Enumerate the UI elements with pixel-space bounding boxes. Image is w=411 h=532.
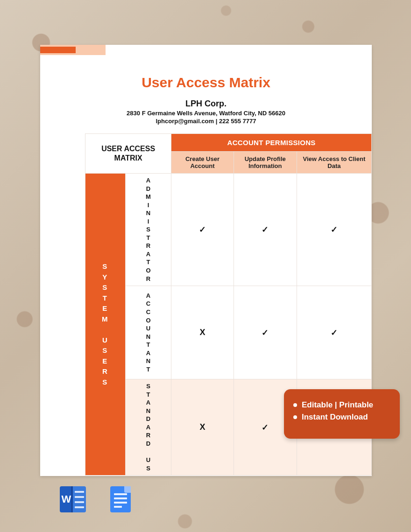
- google-docs-icon[interactable]: [110, 486, 136, 512]
- badge-text-1: Editable | Printable: [302, 400, 373, 410]
- role-administrator: ADMINISTRATOR: [125, 174, 171, 286]
- matrix-corner-label: USER ACCESS MATRIX: [85, 134, 171, 174]
- badge-line-2: Instant Download: [293, 413, 390, 422]
- badge-line-1: Editable | Printable: [293, 400, 390, 410]
- corner-line2: MATRIX: [114, 154, 142, 162]
- role-standard-user: STANDARD US: [125, 379, 171, 476]
- word-icon-glyph: W: [60, 486, 73, 512]
- document-title: User Access Matrix: [40, 75, 372, 91]
- table-row: SYSTEM USERS ADMINISTRATOR ✓ ✓ ✓: [85, 174, 372, 286]
- matrix-cell: ✓: [234, 286, 297, 379]
- role-label-vertical: ACCOUNTANT: [126, 292, 171, 373]
- matrix-cell: ✓: [171, 174, 234, 286]
- system-users-vertical: SYSTEM USERS: [102, 261, 109, 387]
- role-label-vertical: STANDARD US: [126, 382, 171, 472]
- company-name: LPH Corp.: [40, 99, 372, 109]
- permission-col-0: Create User Account: [171, 152, 234, 174]
- table-row: ACCOUNTANT X ✓ ✓: [85, 286, 372, 379]
- permission-col-1: Update Profile Information: [234, 152, 297, 174]
- role-accountant: ACCOUNTANT: [125, 286, 171, 379]
- feature-badge: Editable | Printable Instant Download: [284, 389, 400, 439]
- company-block: LPH Corp. 2830 F Germaine Wells Avenue, …: [40, 99, 372, 125]
- system-users-label: SYSTEM USERS: [85, 174, 126, 476]
- matrix-cell: X: [171, 286, 234, 379]
- gdoc-icon-glyph: [110, 486, 131, 512]
- matrix-cell: ✓: [297, 286, 371, 379]
- company-contact: lphcorp@gmail.com | 222 555 7777: [40, 118, 372, 125]
- permissions-header: ACCOUNT PERMISSIONS: [171, 134, 372, 152]
- company-address: 2830 F Germaine Wells Avenue, Watford Ci…: [40, 110, 372, 117]
- header-accent-dark: [40, 47, 76, 53]
- download-format-icons: W: [60, 486, 136, 512]
- word-icon[interactable]: W: [60, 486, 86, 512]
- role-label-vertical: ADMINISTRATOR: [126, 176, 171, 283]
- matrix-cell: ✓: [234, 174, 297, 286]
- word-icon-lines: [73, 486, 86, 512]
- permission-col-2: View Access to Client Data: [297, 152, 371, 174]
- matrix-cell: ✓: [297, 174, 371, 286]
- corner-line1: USER ACCESS: [101, 145, 155, 153]
- matrix-cell: X: [171, 379, 234, 476]
- badge-text-2: Instant Download: [302, 413, 368, 422]
